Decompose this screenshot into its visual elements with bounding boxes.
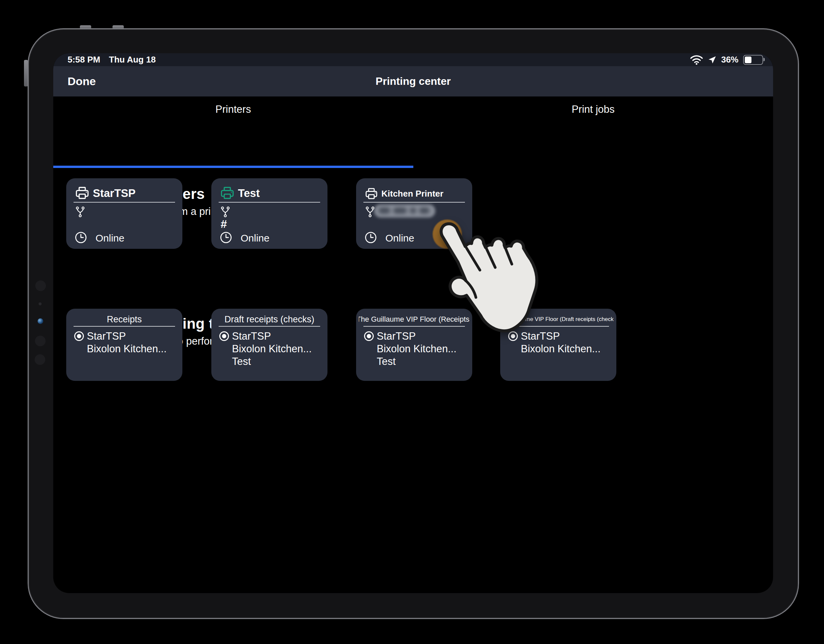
battery-percent: 36% bbox=[721, 55, 738, 65]
printer-status: Online bbox=[241, 233, 269, 244]
target-title: Draft receipts (checks) bbox=[214, 313, 325, 325]
tablet-body: 5:58 PM Thu Aug 18 36 bbox=[28, 28, 799, 619]
clock-icon bbox=[365, 232, 377, 244]
printer-icon bbox=[75, 186, 89, 199]
target-option[interactable]: Test bbox=[364, 355, 469, 368]
printer-status: Online bbox=[385, 233, 414, 244]
camera-sensor bbox=[35, 336, 46, 346]
radio-selected-icon bbox=[219, 331, 229, 341]
battery-icon bbox=[743, 55, 763, 65]
active-tab-indicator bbox=[53, 166, 414, 168]
network-branch-icon bbox=[75, 206, 85, 218]
target-option-selected[interactable]: StarTSP bbox=[74, 330, 179, 343]
microphone-dot bbox=[38, 302, 42, 305]
camera-sensor bbox=[35, 354, 45, 365]
target-option[interactable]: Bixolon Kitchen... bbox=[219, 343, 324, 355]
navigation-bar: Done Printing center bbox=[53, 66, 773, 97]
printer-icon bbox=[365, 188, 378, 199]
redacted-ip-address bbox=[374, 204, 435, 218]
clock-icon bbox=[75, 232, 87, 244]
page-title: Printing center bbox=[53, 66, 773, 97]
printer-card-startsp[interactable]: StarTSP Online bbox=[66, 178, 182, 249]
target-option[interactable]: Test bbox=[219, 355, 324, 368]
tab-print-jobs[interactable]: Print jobs bbox=[414, 97, 773, 123]
status-bar: 5:58 PM Thu Aug 18 36 bbox=[53, 53, 773, 66]
target-option[interactable]: Bixolon Kitchen... bbox=[74, 343, 179, 355]
wifi-icon bbox=[690, 55, 703, 65]
clock-icon bbox=[220, 232, 232, 244]
tablet-mockup: 5:58 PM Thu Aug 18 36 bbox=[0, 0, 824, 644]
radio-selected-icon bbox=[74, 331, 84, 341]
printer-icon-green bbox=[220, 186, 235, 199]
camera-sensor bbox=[35, 281, 46, 291]
status-date: Thu Aug 18 bbox=[109, 55, 156, 65]
tab-printers[interactable]: Printers bbox=[53, 97, 414, 123]
status-time: 5:58 PM bbox=[68, 55, 100, 65]
location-arrow-icon bbox=[708, 55, 716, 64]
tap-hand-cursor bbox=[429, 216, 552, 345]
network-branch-icon bbox=[366, 206, 375, 218]
printer-status: Online bbox=[95, 233, 125, 244]
network-branch-icon bbox=[221, 206, 230, 218]
radio-selected-icon bbox=[364, 331, 374, 341]
tab-bar: Printers Print jobs bbox=[53, 97, 773, 123]
hash-icon: # bbox=[221, 218, 227, 230]
printer-name: Test bbox=[238, 187, 260, 199]
printer-name: StarTSP bbox=[93, 187, 135, 199]
target-card-draft-receipts[interactable]: Draft receipts (checks) StarTSP Bixolon … bbox=[211, 309, 327, 381]
target-option-selected[interactable]: StarTSP bbox=[219, 330, 324, 343]
target-title: Receipts bbox=[69, 313, 180, 325]
screen: 5:58 PM Thu Aug 18 36 bbox=[53, 53, 773, 593]
front-camera-lens bbox=[38, 318, 43, 324]
target-card-receipts[interactable]: Receipts StarTSP Bixolon Kitchen... bbox=[66, 309, 182, 381]
printer-card-test[interactable]: Test # Online bbox=[211, 178, 327, 249]
printer-name: Kitchen Printer bbox=[381, 189, 443, 199]
